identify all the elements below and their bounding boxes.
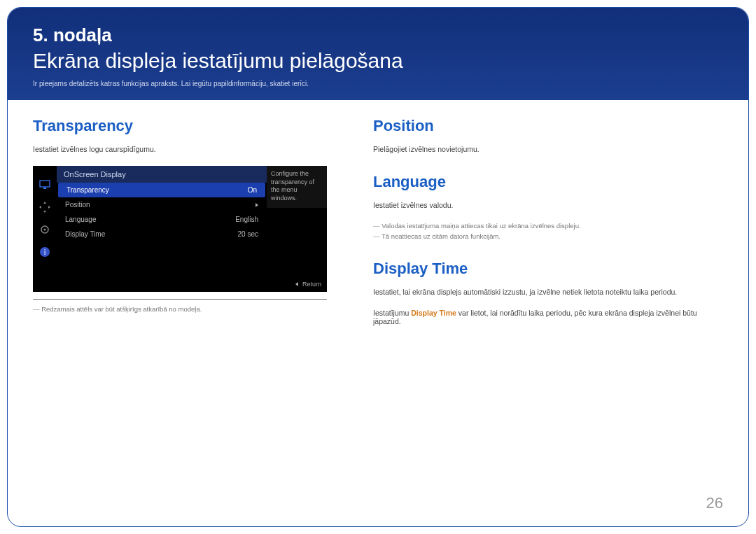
chapter-description: Ir pieejams detalizēts katras funkcijas … — [33, 80, 723, 87]
osd-row-label: Position — [65, 201, 90, 209]
display-time-desc-1: Iestatiet, lai ekrāna displejs automātis… — [373, 288, 723, 296]
osd-sidebar: i — [33, 166, 57, 292]
page-number: 26 — [706, 494, 723, 512]
osd-row-label: Transparency — [66, 186, 109, 194]
osd-row-value: On — [248, 186, 257, 194]
osd-main-panel: OnScreen Display Transparency On Positio… — [57, 166, 267, 292]
transparency-desc: Iestatiet izvēlnes logu caurspīdīgumu. — [33, 145, 334, 153]
svg-text:i: i — [44, 248, 46, 256]
image-disclaimer: Redzamais attēls var būt atšķirīgs atkar… — [33, 305, 334, 313]
osd-screenshot: i OnScreen Display Transparency On Posit… — [33, 166, 327, 292]
arrows-icon — [38, 201, 51, 213]
dt-text-em: Display Time — [411, 309, 456, 317]
display-time-section: Display Time Iestatiet, lai ekrāna displ… — [373, 260, 723, 325]
chapter-header: 5. nodaļa Ekrāna displeja iestatījumu pi… — [8, 8, 748, 100]
osd-row-label: Language — [65, 216, 97, 223]
back-arrow-icon — [295, 282, 298, 286]
osd-footer: Return — [295, 281, 321, 288]
svg-rect-0 — [40, 181, 50, 187]
content-area: Transparency Iestatiet izvēlnes logu cau… — [8, 100, 748, 359]
gear-icon — [38, 223, 51, 236]
svg-marker-2 — [43, 202, 46, 204]
language-desc: Iestatiet izvēlnes valodu. — [373, 201, 723, 209]
page-frame: 5. nodaļa Ekrāna displeja iestatījumu pi… — [7, 7, 749, 527]
language-title: Language — [373, 173, 723, 191]
language-section: Language Iestatiet izvēlnes valodu. Valo… — [373, 173, 723, 240]
osd-header: OnScreen Display — [57, 166, 267, 183]
osd-row-position: Position — [57, 197, 267, 212]
position-title: Position — [373, 117, 723, 135]
osd-row-language: Language English — [57, 212, 267, 227]
display-time-desc-2: Iestatījumu Display Time var lietot, lai… — [373, 309, 723, 325]
language-note-2: Tā neattiecas uz citām datora funkcijām. — [373, 232, 723, 240]
display-time-title: Display Time — [373, 260, 723, 278]
svg-rect-1 — [43, 188, 46, 189]
osd-row-displaytime: Display Time 20 sec — [57, 227, 267, 241]
osd-row-value: English — [235, 216, 258, 223]
info-icon: i — [38, 246, 51, 258]
dt-text-pre: Iestatījumu — [373, 309, 411, 317]
transparency-section: Transparency Iestatiet izvēlnes logu cau… — [33, 117, 334, 313]
chevron-right-icon — [255, 203, 258, 207]
svg-marker-3 — [43, 211, 46, 213]
transparency-title: Transparency — [33, 117, 334, 135]
osd-help-panel: Configure the transparency of the menu w… — [267, 166, 327, 208]
chapter-title: Ekrāna displeja iestatījumu pielāgošana — [33, 49, 723, 73]
svg-point-7 — [44, 229, 46, 231]
divider — [33, 299, 327, 300]
osd-row-value: 20 sec — [238, 230, 258, 238]
right-column: Position Pielāgojiet izvēlnes novietojum… — [373, 117, 723, 345]
osd-row-transparency: Transparency On — [58, 183, 265, 197]
monitor-icon — [38, 178, 51, 191]
left-column: Transparency Iestatiet izvēlnes logu cau… — [33, 117, 334, 345]
position-desc: Pielāgojiet izvēlnes novietojumu. — [373, 145, 723, 153]
osd-return-label: Return — [302, 281, 321, 288]
svg-marker-5 — [48, 206, 50, 209]
svg-marker-4 — [39, 206, 41, 209]
position-section: Position Pielāgojiet izvēlnes novietojum… — [373, 117, 723, 153]
language-note-1: Valodas iestatījuma maiņa attiecas tikai… — [373, 222, 723, 230]
osd-row-label: Display Time — [65, 230, 105, 238]
chapter-label: 5. nodaļa — [33, 24, 723, 46]
